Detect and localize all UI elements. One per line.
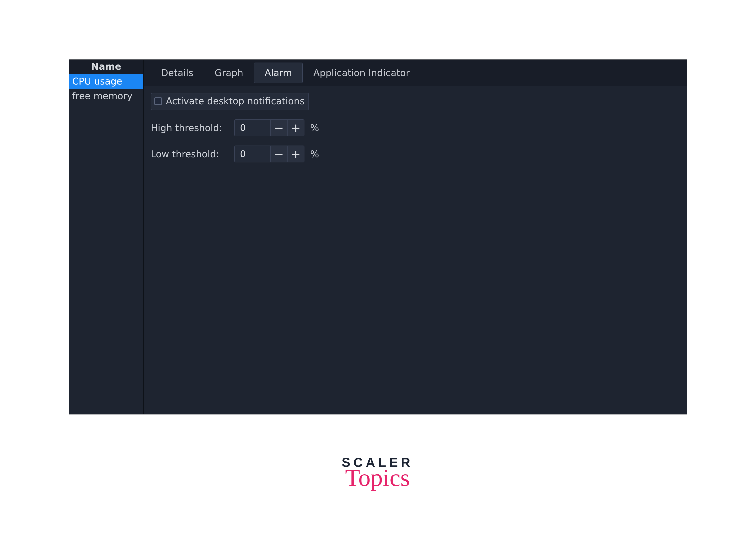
- low-threshold-row: Low threshold: 0 − + %: [151, 145, 680, 162]
- sidebar-header-name[interactable]: Name: [69, 60, 143, 74]
- plus-icon: +: [291, 147, 301, 161]
- low-threshold-value[interactable]: 0: [235, 146, 270, 162]
- scaler-topics-branding: SCALER Topics: [0, 455, 755, 487]
- checkbox-label: Activate desktop notifications: [166, 96, 305, 106]
- preferences-window: Name CPU usage free memory Details Graph…: [69, 59, 687, 415]
- high-threshold-row: High threshold: 0 − + %: [151, 119, 680, 136]
- alarm-tab-content: Activate desktop notifications High thre…: [144, 86, 687, 169]
- high-threshold-label: High threshold:: [151, 122, 230, 133]
- high-threshold-stepper[interactable]: 0 − +: [234, 119, 305, 136]
- sensor-list-sidebar: Name CPU usage free memory: [69, 60, 144, 414]
- tab-details[interactable]: Details: [150, 63, 204, 83]
- sidebar-item-free-memory[interactable]: free memory: [69, 89, 143, 104]
- low-threshold-unit: %: [309, 149, 319, 160]
- high-threshold-unit: %: [309, 122, 319, 133]
- activate-notifications-checkbox[interactable]: Activate desktop notifications: [151, 93, 309, 110]
- low-threshold-label: Low threshold:: [151, 149, 230, 160]
- low-threshold-decrement[interactable]: −: [270, 146, 287, 162]
- checkbox-box-icon: [154, 97, 162, 105]
- minus-icon: −: [274, 147, 284, 161]
- tab-application-indicator[interactable]: Application Indicator: [303, 63, 420, 83]
- sidebar-item-cpu-usage[interactable]: CPU usage: [69, 74, 143, 89]
- plus-icon: +: [291, 121, 301, 135]
- tab-bar: Details Graph Alarm Application Indicato…: [144, 60, 687, 86]
- sidebar-item-label: free memory: [72, 91, 133, 101]
- low-threshold-increment[interactable]: +: [287, 146, 304, 162]
- high-threshold-value[interactable]: 0: [235, 120, 270, 136]
- sidebar-item-label: CPU usage: [72, 76, 122, 87]
- low-threshold-stepper[interactable]: 0 − +: [234, 145, 305, 162]
- main-panel: Details Graph Alarm Application Indicato…: [144, 60, 687, 414]
- tab-alarm[interactable]: Alarm: [254, 63, 303, 83]
- branding-line-2: Topics: [0, 468, 755, 487]
- tab-graph[interactable]: Graph: [204, 63, 254, 83]
- high-threshold-increment[interactable]: +: [287, 120, 304, 136]
- minus-icon: −: [274, 121, 284, 135]
- high-threshold-decrement[interactable]: −: [270, 120, 287, 136]
